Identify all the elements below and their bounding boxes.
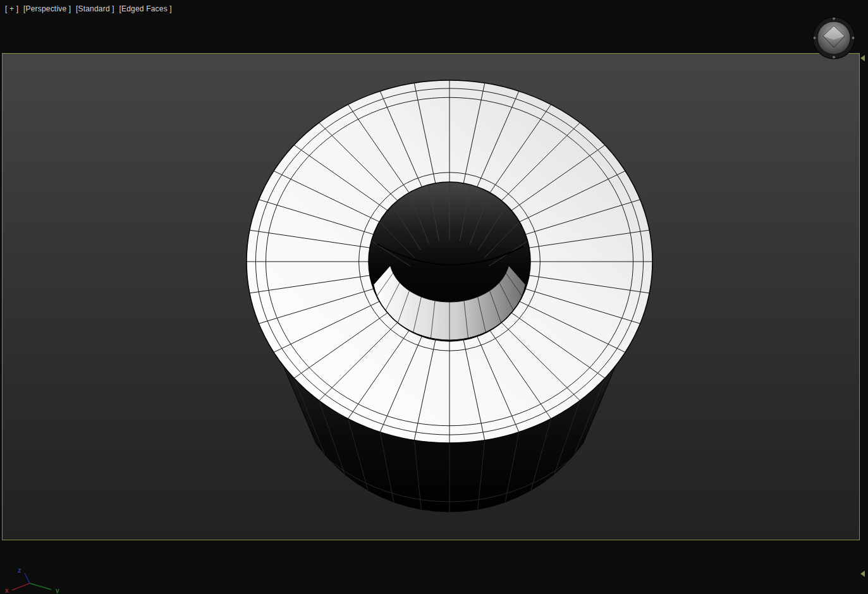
viewcube-east-stud [852,37,855,39]
axis-z-label: z [18,566,21,574]
viewport-shading-menu[interactable]: [Edged Faces ] [119,4,172,13]
world-axis-gizmo: x y z [3,564,66,593]
viewport-splitter-arrow-bottom[interactable] [860,571,865,577]
viewport-plus-menu[interactable]: [ + ] [5,4,18,13]
viewcube[interactable] [812,16,855,59]
viewport-pov-menu[interactable]: [Perspective ] [23,4,71,13]
viewcube-south-stud [833,56,835,59]
viewcube-north-stud [833,18,835,20]
axis-y-line [30,583,51,590]
axis-y-label: y [56,586,59,593]
viewport-splitter-arrow-top[interactable] [860,55,865,61]
axis-x-line [12,583,30,590]
axis-z-line [25,573,30,583]
axis-x-label: x [5,586,9,593]
viewcube-west-stud [814,37,816,39]
viewport-label: [ + ] [Perspective ] [Standard ] [Edged … [5,4,174,13]
viewport-renderer-menu[interactable]: [Standard ] [76,4,114,13]
